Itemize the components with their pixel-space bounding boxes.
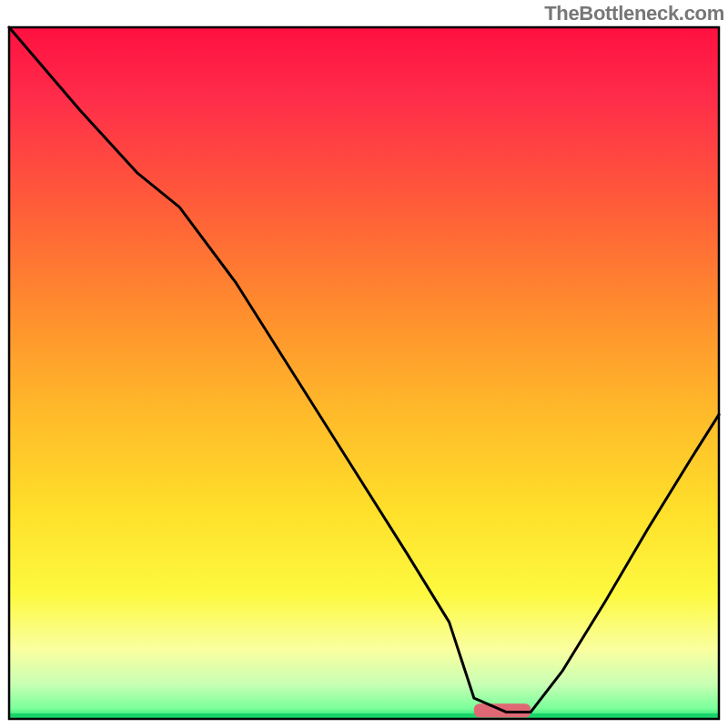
bottleneck-chart <box>0 0 728 728</box>
gradient-background <box>9 27 719 719</box>
